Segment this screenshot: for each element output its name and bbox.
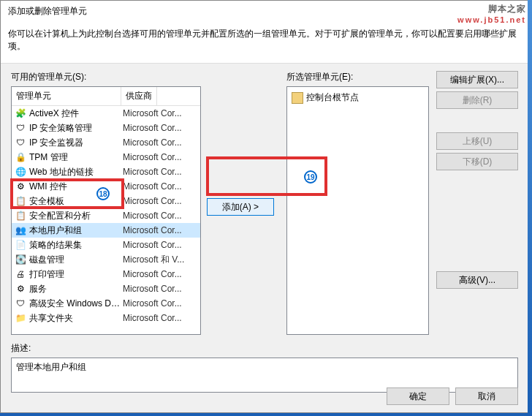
snapin-name: 服务 xyxy=(29,283,123,295)
col-snapin[interactable]: 管理单元 xyxy=(12,87,121,105)
move-down-button[interactable]: 下移(D) xyxy=(436,153,518,170)
add-button[interactable]: 添加(A) > xyxy=(207,198,274,216)
available-header: 管理单元 供应商 xyxy=(12,87,200,106)
remove-button[interactable]: 删除(R) xyxy=(436,91,518,109)
dialog-body: 可用的管理单元(S): 管理单元 供应商 🧩ActiveX 控件Microsof… xyxy=(1,64,528,342)
snapin-icon: 🖨 xyxy=(15,268,26,280)
snapin-vendor: Microsoft 和 V... xyxy=(123,254,184,266)
snapin-vendor: Microsoft Cor... xyxy=(123,167,182,177)
snapin-name: 安全配置和分析 xyxy=(29,210,123,222)
snapin-icon: 📋 xyxy=(15,210,26,222)
snapin-name: IP 安全策略管理 xyxy=(29,122,123,135)
snapin-vendor: Microsoft Cor... xyxy=(123,211,182,221)
snapin-vendor: Microsoft Cor... xyxy=(123,137,182,148)
snapin-name: 磁盘管理 xyxy=(29,254,123,266)
col-vendor[interactable]: 供应商 xyxy=(121,87,157,105)
snapin-vendor: Microsoft Cor... xyxy=(123,284,182,294)
snapin-icon: 💽 xyxy=(15,254,26,265)
snapin-icon: 👥 xyxy=(15,224,26,236)
snapin-name: TPM 管理 xyxy=(29,151,123,164)
selected-column: 所选管理单元(E): 控制台根节点 编辑扩展(X)... 删除(R) 上移(U)… xyxy=(286,71,518,335)
list-item[interactable]: 🛡高级安全 Windows De...Microsoft Cor... xyxy=(12,296,200,311)
action-buttons: 编辑扩展(X)... 删除(R) 上移(U) 下移(D) 高级(V)... xyxy=(436,71,518,335)
snapin-icon: 🌐 xyxy=(15,166,26,178)
snapin-vendor: Microsoft Cor... xyxy=(123,123,182,133)
list-item[interactable]: ⚙服务Microsoft Cor... xyxy=(12,281,200,296)
snapin-vendor: Microsoft Cor... xyxy=(123,240,182,250)
selected-listbox[interactable]: 控制台根节点 xyxy=(286,86,429,335)
tree-root-item[interactable]: 控制台根节点 xyxy=(290,90,425,105)
list-item[interactable]: 🖨打印管理Microsoft Cor... xyxy=(12,267,200,281)
description-section: 描述: 管理本地用户和组 xyxy=(11,342,518,393)
snapin-icon: ⚙ xyxy=(15,181,26,192)
snapin-name: 高级安全 Windows De... xyxy=(29,298,123,310)
snapin-vendor: Microsoft Cor... xyxy=(123,313,182,323)
available-label: 可用的管理单元(S): xyxy=(11,71,201,83)
dialog-title: 添加或删除管理单元 xyxy=(1,1,528,22)
snapin-vendor: Microsoft Cor... xyxy=(123,225,182,235)
middle-column: 添加(A) > xyxy=(207,71,281,335)
snapin-name: 策略的结果集 xyxy=(29,239,123,252)
snapin-icon: 📄 xyxy=(15,239,26,251)
description-label: 描述: xyxy=(11,342,518,355)
snapin-icon: 🛡 xyxy=(15,298,26,309)
list-item[interactable]: 🧩ActiveX 控件Microsoft Cor... xyxy=(12,106,200,121)
snapin-icon: 🛡 xyxy=(15,122,26,134)
cancel-button[interactable]: 取消 xyxy=(455,387,518,405)
folder-icon xyxy=(292,92,303,104)
snapin-name: 共享文件夹 xyxy=(29,312,123,325)
snapin-icon: 📋 xyxy=(15,195,26,207)
list-item[interactable]: 🔒TPM 管理Microsoft Cor... xyxy=(12,150,200,164)
list-item[interactable]: 📋安全模板Microsoft Cor... xyxy=(12,194,200,208)
snapin-vendor: Microsoft Cor... xyxy=(123,108,182,118)
selected-label: 所选管理单元(E): xyxy=(286,71,429,83)
snapin-vendor: Microsoft Cor... xyxy=(123,152,182,162)
ok-button[interactable]: 确定 xyxy=(387,387,449,405)
snapin-icon: 📁 xyxy=(15,312,26,324)
snapin-icon: 🛡 xyxy=(15,137,26,148)
list-item[interactable]: 📋安全配置和分析Microsoft Cor... xyxy=(12,208,200,223)
list-item[interactable]: 🛡IP 安全监视器Microsoft Cor... xyxy=(12,135,200,150)
snapin-dialog: 添加或删除管理单元 你可以在计算机上为此控制台选择可用的管理单元并配置所选的一组… xyxy=(0,0,529,413)
list-item[interactable]: 📄策略的结果集Microsoft Cor... xyxy=(12,238,200,252)
snapin-name: Web 地址的链接 xyxy=(29,166,123,178)
taskbar-edge xyxy=(0,413,532,416)
snapin-name: IP 安全监视器 xyxy=(29,137,123,149)
list-item[interactable]: 💽磁盘管理Microsoft 和 V... xyxy=(12,252,200,267)
list-item[interactable]: ⚙WMI 控件Microsoft Cor... xyxy=(12,179,200,194)
dialog-description: 你可以在计算机上为此控制台选择可用的管理单元并配置所选的一组管理单元。对于可扩展… xyxy=(1,22,528,64)
snapin-name: WMI 控件 xyxy=(29,181,123,193)
list-item[interactable]: 📁共享文件夹Microsoft Cor... xyxy=(12,311,200,325)
available-listbox[interactable]: 管理单元 供应商 🧩ActiveX 控件Microsoft Cor...🛡IP … xyxy=(11,86,201,335)
snapin-icon: 🔒 xyxy=(15,151,26,163)
snapin-icon: ⚙ xyxy=(15,283,26,295)
snapin-vendor: Microsoft Cor... xyxy=(123,298,182,309)
available-rows[interactable]: 🧩ActiveX 控件Microsoft Cor...🛡IP 安全策略管理Mic… xyxy=(12,106,200,335)
snapin-vendor: Microsoft Cor... xyxy=(123,196,182,206)
snapin-name: 本地用户和组 xyxy=(29,224,123,237)
snapin-vendor: Microsoft Cor... xyxy=(123,269,182,279)
desktop-edge xyxy=(528,0,532,413)
snapin-name: 打印管理 xyxy=(29,268,123,281)
snapin-name: ActiveX 控件 xyxy=(29,107,123,120)
snapin-name: 安全模板 xyxy=(29,195,123,208)
list-item[interactable]: 🌐Web 地址的链接Microsoft Cor... xyxy=(12,164,200,179)
dialog-footer: 确定 取消 xyxy=(387,387,518,405)
move-up-button[interactable]: 上移(U) xyxy=(436,132,518,150)
snapin-vendor: Microsoft Cor... xyxy=(123,181,182,192)
snapin-icon: 🧩 xyxy=(15,107,26,119)
advanced-button[interactable]: 高级(V)... xyxy=(436,271,518,289)
edit-extensions-button[interactable]: 编辑扩展(X)... xyxy=(436,71,518,88)
list-item[interactable]: 👥本地用户和组Microsoft Cor... xyxy=(12,223,200,238)
list-item[interactable]: 🛡IP 安全策略管理Microsoft Cor... xyxy=(12,121,200,135)
tree-root-label: 控制台根节点 xyxy=(306,91,359,104)
available-column: 可用的管理单元(S): 管理单元 供应商 🧩ActiveX 控件Microsof… xyxy=(11,71,201,335)
